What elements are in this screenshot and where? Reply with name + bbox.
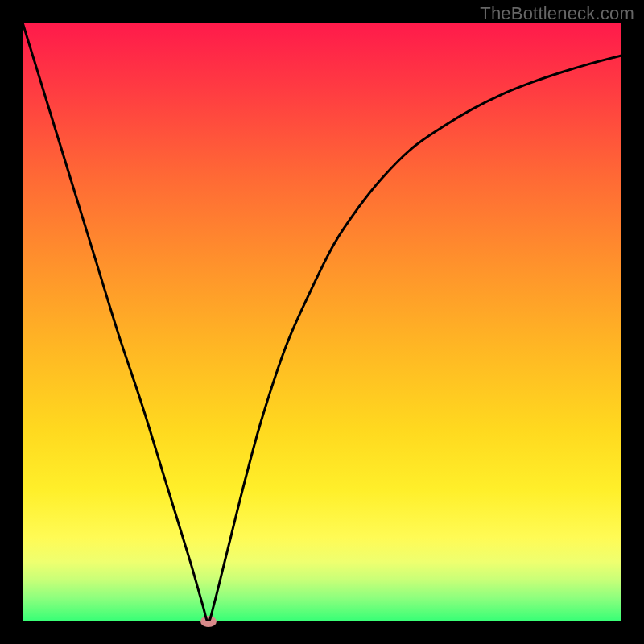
watermark-text: TheBottleneck.com (480, 3, 634, 24)
chart-frame: TheBottleneck.com (0, 0, 644, 644)
curve-path (23, 23, 621, 621)
bottleneck-curve (23, 23, 621, 621)
plot-area (23, 23, 621, 621)
